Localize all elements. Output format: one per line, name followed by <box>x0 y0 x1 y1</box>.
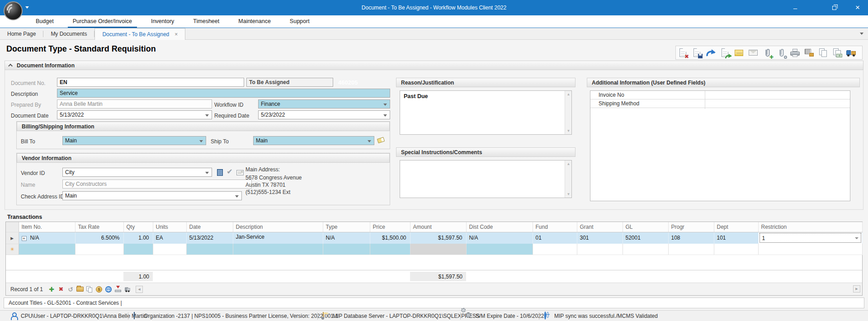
delete-document-icon[interactable]: ✖ <box>676 46 690 59</box>
udf-row-invoice-no[interactable]: Invoice No <box>590 91 850 99</box>
new-cell-date[interactable] <box>186 244 233 255</box>
col-date[interactable]: Date <box>186 222 233 232</box>
new-cell-item-no[interactable] <box>19 244 75 255</box>
truck-add-icon[interactable] <box>123 285 132 293</box>
cell-progr[interactable]: 108 <box>668 232 714 244</box>
bill-to-dropdown[interactable]: Main <box>62 136 206 145</box>
reason-scrollbar[interactable]: ▲▼ <box>565 91 571 134</box>
scroll-up-icon[interactable]: ▲ <box>565 91 572 98</box>
close-button[interactable]: × <box>847 0 868 15</box>
new-cell-progr[interactable] <box>668 244 714 255</box>
new-cell-qty[interactable] <box>123 244 153 255</box>
cell-type[interactable]: N/A <box>323 232 370 244</box>
workflow-id-dropdown[interactable]: Finance <box>258 99 390 109</box>
expand-row-icon[interactable]: + <box>22 236 27 241</box>
col-dist-code[interactable]: Dist Code <box>466 222 533 232</box>
new-cell-dept[interactable] <box>714 244 758 255</box>
undo-row-icon[interactable]: ↺ <box>66 285 75 293</box>
cell-units[interactable]: EA <box>153 232 186 244</box>
open-folder-icon[interactable] <box>76 285 84 293</box>
menu-budget[interactable]: Budget <box>26 15 63 28</box>
import-rows-icon[interactable] <box>114 285 122 293</box>
vendor-id-dropdown[interactable]: City <box>62 168 212 177</box>
special-instructions-scrollbar[interactable]: ▲▼ <box>565 160 571 198</box>
col-units[interactable]: Units <box>153 222 186 232</box>
new-cell-fund[interactable] <box>533 244 577 255</box>
tab-document-to-be-assigned[interactable]: Document - To Be Assigned × <box>94 28 185 40</box>
copy-invoice-icon[interactable] <box>830 46 844 59</box>
cell-grant[interactable]: 301 <box>577 232 623 244</box>
cell-price[interactable]: $1,500.00 <box>370 232 410 244</box>
forward-document-icon[interactable] <box>718 46 732 59</box>
required-date-dropdown[interactable]: 5/23/2022 <box>258 110 390 119</box>
ship-to-dropdown[interactable]: Main <box>253 136 374 145</box>
new-cell-tax-rate[interactable] <box>75 244 123 255</box>
money-bag-icon[interactable]: $ <box>95 285 103 293</box>
add-attachment-icon[interactable]: ✚ <box>760 46 774 59</box>
cell-qty[interactable]: 1.00 <box>123 232 153 244</box>
col-item-no[interactable]: Item No. <box>19 222 75 232</box>
app-logo-icon[interactable] <box>4 1 23 20</box>
cell-date[interactable]: 5/13/2022 <box>186 232 233 244</box>
grid-scroll-right-button[interactable]: ▶ <box>853 285 860 293</box>
col-progr[interactable]: Progr <box>668 222 714 232</box>
col-dept[interactable]: Dept <box>714 222 758 232</box>
cell-fund[interactable]: 01 <box>533 232 577 244</box>
cell-dept[interactable]: 101 <box>714 232 758 244</box>
globe-edit-icon[interactable] <box>104 285 113 293</box>
view-attachment-icon[interactable] <box>774 46 788 59</box>
cell-restriction[interactable]: 1 <box>758 232 862 244</box>
document-no-field[interactable]: EN <box>57 78 244 87</box>
new-cell-type[interactable] <box>323 244 370 255</box>
cell-dist-code[interactable]: N/A <box>466 232 533 244</box>
col-grant[interactable]: Grant <box>577 222 623 232</box>
notes-icon[interactable] <box>732 46 746 59</box>
scroll-down-icon[interactable]: ▼ <box>565 127 572 134</box>
scroll-up-icon[interactable]: ▲ <box>565 160 572 167</box>
udf-row-shipping-method[interactable]: Shipping Method <box>590 99 850 108</box>
tab-my-documents[interactable]: My Documents <box>43 28 94 39</box>
add-row-icon[interactable]: ✚ <box>47 285 56 293</box>
scroll-down-icon[interactable]: ▼ <box>565 191 572 198</box>
receive-items-icon[interactable] <box>802 46 816 59</box>
description-field[interactable]: Service <box>57 89 390 98</box>
col-fund[interactable]: Fund <box>533 222 577 232</box>
new-cell-grant[interactable] <box>577 244 623 255</box>
save-document-icon[interactable] <box>690 46 704 59</box>
cell-description[interactable]: Jan-Service <box>233 232 323 244</box>
col-price[interactable]: Price <box>370 222 410 232</box>
copy-document-icon[interactable] <box>816 46 830 59</box>
new-cell-gl[interactable] <box>623 244 668 255</box>
email-icon[interactable] <box>746 46 760 59</box>
special-instructions-textarea[interactable]: ▲▼ <box>400 160 572 198</box>
new-cell-units[interactable] <box>153 244 186 255</box>
cell-gl[interactable]: 52001 <box>623 232 668 244</box>
col-amount[interactable]: Amount <box>410 222 466 232</box>
restore-button[interactable] <box>824 0 844 15</box>
new-cell-description[interactable] <box>233 244 323 255</box>
cell-tax-rate[interactable]: 6.500% <box>75 232 123 244</box>
col-type[interactable]: Type <box>323 222 370 232</box>
tab-list-dropdown-icon[interactable] <box>860 33 863 37</box>
new-cell-price[interactable] <box>370 244 410 255</box>
minimize-button[interactable]: – <box>785 0 806 15</box>
cell-item-no[interactable]: +N/A <box>19 232 75 244</box>
new-cell-restriction[interactable] <box>758 244 862 255</box>
copy-row-icon[interactable] <box>85 285 94 293</box>
menu-timesheet[interactable]: Timesheet <box>184 15 229 28</box>
vendor-address-button[interactable] <box>236 168 245 177</box>
col-tax-rate[interactable]: Tax Rate <box>75 222 123 232</box>
print-icon[interactable] <box>788 46 802 59</box>
col-qty[interactable]: Qty <box>123 222 153 232</box>
vendor-validate-button[interactable]: ✔ <box>225 167 234 176</box>
delete-row-icon[interactable]: ✖ <box>57 285 65 293</box>
menu-support[interactable]: Support <box>280 15 319 28</box>
menu-inventory[interactable]: Inventory <box>142 15 184 28</box>
ship-items-icon[interactable] <box>844 46 858 59</box>
restriction-editor[interactable]: 1 <box>760 233 861 243</box>
new-cell-dist-code[interactable] <box>466 244 533 255</box>
tab-close-icon[interactable]: × <box>175 31 178 38</box>
col-restriction[interactable]: Restriction <box>758 222 862 232</box>
col-description[interactable]: Description <box>233 222 323 232</box>
vendor-details-button[interactable] <box>215 168 224 177</box>
